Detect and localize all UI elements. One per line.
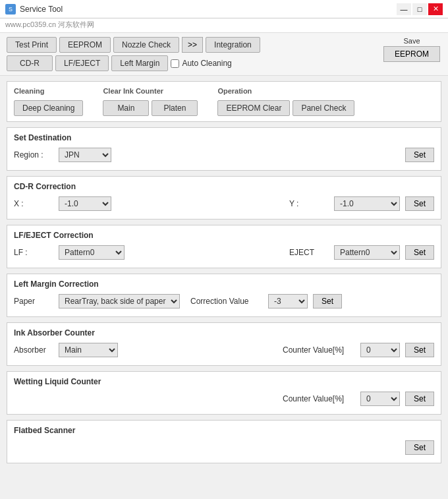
ink-counter-group: Clear Ink Counter Main Platen [103,87,198,116]
cleaning-section: Cleaning Deep Cleaning Clear Ink Counter… [7,81,441,122]
deep-cleaning-button[interactable]: Deep Cleaning [14,100,83,116]
eject-label: EJECT [289,248,329,257]
ink-absorber-counter-section: Ink Absorber Counter Absorber Main Sub C… [7,322,441,366]
platen-button[interactable]: Platen [152,100,198,116]
lf-select[interactable]: Pattern0 Pattern1 Pattern2 [59,245,125,260]
cd-r-button[interactable]: CD-R [7,55,53,71]
lf-eject-button[interactable]: LF/EJECT [55,55,109,71]
toolbar-buttons: Test Print EEPROM Nozzle Check >> Integr… [7,37,376,71]
watermark: www.pc0359.cn 河东软件网 [0,18,448,33]
region-label: Region : [14,150,53,160]
operation-title: Operation [217,87,354,95]
wetting-liquid-set-button[interactable]: Set [405,392,434,406]
auto-cleaning-checkbox[interactable] [171,59,179,68]
maximize-button[interactable]: □ [412,3,427,15]
flatbed-scanner-section: Flatbed Scanner Set [7,420,441,463]
title-bar: S Service Tool — □ ✕ [0,0,448,18]
title-bar-left: S Service Tool [5,4,63,15]
arrow-button[interactable]: >> [182,37,203,53]
app-icon: S [5,4,16,15]
ink-absorber-title: Ink Absorber Counter [14,328,434,338]
close-button[interactable]: ✕ [428,3,443,15]
paper-label: Paper [14,297,53,306]
flatbed-scanner-title: Flatbed Scanner [14,426,434,435]
flatbed-scanner-row: Set [14,440,434,455]
paper-select[interactable]: RearTray, back side of paper RearTray, f… [59,294,180,308]
cdr-set-button[interactable]: Set [405,196,434,211]
main-button[interactable]: Main [103,100,149,116]
left-margin-row: Paper RearTray, back side of paper RearT… [14,294,434,308]
eeprom-clear-button[interactable]: EEPROM Clear [217,100,290,116]
absorber-counter-select[interactable]: 0 10 20 30 50 100 [360,343,400,357]
save-area: Save EEPROM [382,37,441,62]
integration-button[interactable]: Integration [206,37,260,53]
ink-counter-buttons: Main Platen [103,100,198,116]
toolbar-row1: Test Print EEPROM Nozzle Check >> Integr… [7,37,376,53]
panel-check-button[interactable]: Panel Check [293,100,354,116]
destination-set-button[interactable]: Set [405,148,434,162]
left-margin-set-button[interactable]: Set [313,294,342,308]
test-print-button[interactable]: Test Print [7,37,57,53]
auto-cleaning-text: Auto Cleaning [182,59,231,68]
set-destination-section: Set Destination Region : JPN USA EUR AUS… [7,127,441,171]
toolbar: Test Print EEPROM Nozzle Check >> Integr… [0,33,448,76]
operation-buttons: EEPROM Clear Panel Check [217,100,354,116]
cdr-correction-section: CD-R Correction X : -1.0 -0.5 0 0.5 1.0 … [7,176,441,220]
left-margin-title: Left Margin Correction [14,279,434,289]
wetting-counter-select[interactable]: 0 10 20 30 50 100 [360,392,400,406]
absorber-counter-label: Counter Value[%] [283,345,355,355]
operation-group: Operation EEPROM Clear Panel Check [217,87,354,116]
title-text: Service Tool [20,5,63,14]
lfeject-row: LF : Pattern0 Pattern1 Pattern2 EJECT Pa… [14,245,434,260]
flatbed-scanner-set-button[interactable]: Set [405,440,434,455]
auto-cleaning-label[interactable]: Auto Cleaning [171,59,231,68]
x-select[interactable]: -1.0 -0.5 0 0.5 1.0 [59,196,111,211]
y-select[interactable]: -1.0 -0.5 0 0.5 1.0 [334,196,400,211]
cdr-row: X : -1.0 -0.5 0 0.5 1.0 Y : -1.0 -0.5 0 … [14,196,434,211]
cleaning-title: Cleaning [14,87,83,95]
wetting-liquid-counter-section: Wetting Liquid Counter Counter Value[%] … [7,371,441,415]
lf-label: LF : [14,248,53,257]
region-select[interactable]: JPN USA EUR AUS [59,148,111,162]
title-controls: — □ ✕ [397,3,443,15]
minimize-button[interactable]: — [397,3,411,15]
destination-row: Region : JPN USA EUR AUS Set [14,148,434,162]
save-label: Save [403,37,420,45]
eeprom-button[interactable]: EEPROM [59,37,111,53]
correction-value-select[interactable]: -3 -2 -1 0 1 2 3 [268,294,308,308]
correction-value-label: Correction Value [190,297,263,306]
lfeject-set-button[interactable]: Set [405,245,434,260]
y-label: Y : [289,199,329,208]
cleaning-group: Cleaning Deep Cleaning [14,87,83,116]
left-margin-correction-section: Left Margin Correction Paper RearTray, b… [7,274,441,317]
eject-select[interactable]: Pattern0 Pattern1 Pattern2 [334,245,400,260]
cdr-correction-title: CD-R Correction [14,182,434,191]
save-eeprom-button[interactable]: EEPROM [383,46,440,62]
wetting-counter-label: Counter Value[%] [283,394,355,403]
nozzle-check-button[interactable]: Nozzle Check [113,37,179,53]
toolbar-row2: CD-R LF/EJECT Left Margin Auto Cleaning [7,55,376,71]
set-destination-title: Set Destination [14,133,434,142]
absorber-select[interactable]: Main Sub [59,343,118,357]
lfeject-correction-section: LF/EJECT Correction LF : Pattern0 Patter… [7,225,441,268]
clear-ink-counter-title: Clear Ink Counter [103,87,198,95]
left-margin-button[interactable]: Left Margin [111,55,168,71]
lfeject-correction-title: LF/EJECT Correction [14,231,434,240]
wetting-liquid-row: Counter Value[%] 0 10 20 30 50 100 Set [14,392,434,406]
x-label: X : [14,199,53,208]
wetting-liquid-title: Wetting Liquid Counter [14,377,434,386]
main-content: Cleaning Deep Cleaning Clear Ink Counter… [0,76,448,496]
ink-absorber-row: Absorber Main Sub Counter Value[%] 0 10 … [14,343,434,357]
ink-absorber-set-button[interactable]: Set [405,343,434,357]
absorber-label: Absorber [14,345,53,355]
